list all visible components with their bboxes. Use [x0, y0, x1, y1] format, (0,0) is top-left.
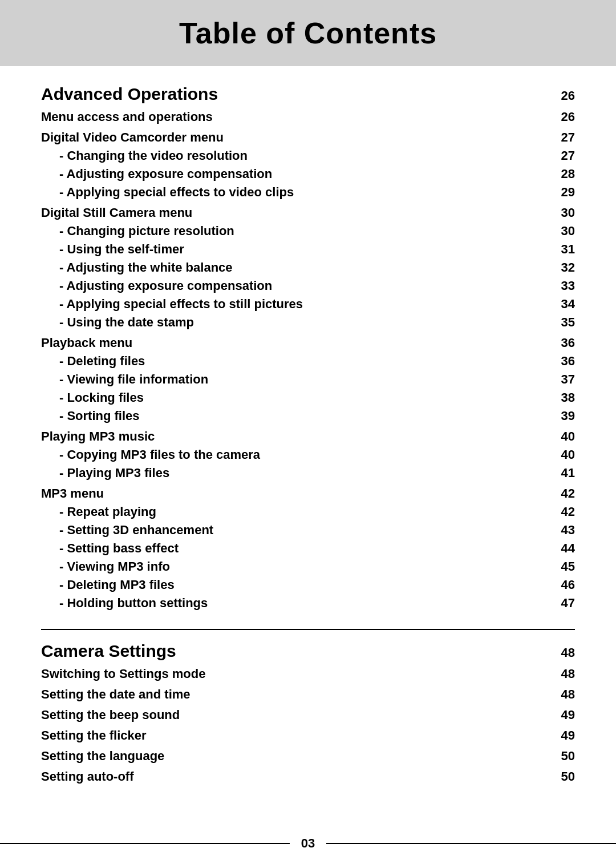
section-divider: [41, 629, 575, 630]
toc-row: - Setting bass effect44: [41, 541, 575, 556]
toc-page-number: 41: [546, 466, 575, 481]
title-bar: Table of Contents: [0, 0, 616, 66]
toc-row: - Viewing MP3 info45: [41, 559, 575, 574]
toc-label: - Setting bass effect: [41, 541, 546, 556]
toc-label: - Setting 3D enhancement: [41, 523, 546, 538]
toc-row: - Sorting files39: [41, 409, 575, 423]
toc-label: - Repeat playing: [41, 504, 546, 519]
toc-page-number: 30: [546, 224, 575, 239]
page: Table of Contents Advanced Operations26M…: [0, 0, 616, 868]
toc-row: - Setting 3D enhancement43: [41, 523, 575, 538]
toc-label: Camera Settings: [41, 641, 546, 661]
toc-label: - Viewing MP3 info: [41, 559, 546, 574]
toc-page-number: 47: [546, 596, 575, 611]
toc-row: - Locking files38: [41, 390, 575, 405]
toc-page-number: 26: [546, 110, 575, 124]
toc-row: - Viewing file information37: [41, 372, 575, 387]
toc-label: - Playing MP3 files: [41, 466, 546, 481]
toc-label: - Adjusting the white balance: [41, 260, 546, 275]
toc-label: - Adjusting exposure compensation: [41, 278, 546, 293]
toc-row: - Changing the video resolution27: [41, 148, 575, 163]
toc-page-number: 31: [546, 242, 575, 257]
toc-row: - Changing picture resolution30: [41, 224, 575, 239]
footer-page-number: 03: [297, 836, 319, 851]
toc-page-number: 35: [546, 315, 575, 330]
toc-row: - Deleting files36: [41, 354, 575, 369]
toc-row: - Applying special effects to video clip…: [41, 185, 575, 200]
toc-page-number: 33: [546, 278, 575, 293]
toc-row: - Adjusting exposure compensation33: [41, 278, 575, 293]
page-title: Table of Contents: [0, 16, 616, 50]
toc-page-number: 46: [546, 578, 575, 592]
toc-row: Switching to Settings mode48: [41, 667, 575, 681]
toc-label: MP3 menu: [41, 486, 546, 501]
toc-row: Advanced Operations26: [41, 84, 575, 104]
toc-row: - Copying MP3 files to the camera40: [41, 447, 575, 462]
toc-page-number: 49: [546, 728, 575, 743]
toc-label: Playback menu: [41, 336, 546, 350]
toc-page-number: 45: [546, 559, 575, 574]
toc-page-number: 48: [546, 645, 575, 660]
toc-page-number: 42: [546, 486, 575, 501]
toc-label: Setting the beep sound: [41, 708, 546, 722]
toc-label: Setting auto-off: [41, 769, 546, 784]
toc-page-number: 49: [546, 708, 575, 722]
toc-row: Setting the date and time48: [41, 687, 575, 702]
toc-label: - Using the self-timer: [41, 242, 546, 257]
toc-page-number: 36: [546, 336, 575, 350]
toc-label: Setting the flicker: [41, 728, 546, 743]
toc-label: - Locking files: [41, 390, 546, 405]
toc-row: - Playing MP3 files41: [41, 466, 575, 481]
toc-label: - Applying special effects to video clip…: [41, 185, 546, 200]
toc-label: Digital Video Camcorder menu: [41, 130, 546, 145]
toc-page-number: 40: [546, 447, 575, 462]
toc-row: - Adjusting the white balance32: [41, 260, 575, 275]
toc-label: - Applying special effects to still pict…: [41, 297, 546, 312]
toc-label: - Adjusting exposure compensation: [41, 167, 546, 181]
toc-page-number: 48: [546, 687, 575, 702]
toc-page-number: 26: [546, 88, 575, 103]
toc-content: Advanced Operations26Menu access and ope…: [0, 84, 616, 784]
toc-page-number: 50: [546, 769, 575, 784]
toc-page-number: 34: [546, 297, 575, 312]
footer-right-rule: [326, 843, 616, 844]
toc-label: Playing MP3 music: [41, 429, 546, 444]
toc-page-number: 27: [546, 148, 575, 163]
toc-page-number: 42: [546, 504, 575, 519]
toc-row: - Deleting MP3 files46: [41, 578, 575, 592]
toc-label: - Using the date stamp: [41, 315, 546, 330]
toc-row: Camera Settings48: [41, 641, 575, 661]
toc-label: Setting the date and time: [41, 687, 546, 702]
toc-row: Setting the language50: [41, 749, 575, 764]
toc-row: Setting the beep sound49: [41, 708, 575, 722]
toc-page-number: 27: [546, 130, 575, 145]
toc-page-number: 30: [546, 205, 575, 220]
toc-row: - Repeat playing42: [41, 504, 575, 519]
toc-page-number: 38: [546, 390, 575, 405]
toc-label: Digital Still Camera menu: [41, 205, 546, 220]
toc-page-number: 48: [546, 667, 575, 681]
toc-row: Digital Still Camera menu30: [41, 205, 575, 220]
toc-label: - Changing the video resolution: [41, 148, 546, 163]
toc-label: Switching to Settings mode: [41, 667, 546, 681]
toc-row: - Using the self-timer31: [41, 242, 575, 257]
toc-label: Setting the language: [41, 749, 546, 764]
toc-page-number: 32: [546, 260, 575, 275]
toc-row: - Applying special effects to still pict…: [41, 297, 575, 312]
toc-row: MP3 menu42: [41, 486, 575, 501]
toc-row: Setting auto-off50: [41, 769, 575, 784]
toc-page-number: 37: [546, 372, 575, 387]
toc-label: - Sorting files: [41, 409, 546, 423]
toc-label: - Viewing file information: [41, 372, 546, 387]
toc-label: - Deleting files: [41, 354, 546, 369]
toc-row: Digital Video Camcorder menu27: [41, 130, 575, 145]
toc-row: Playing MP3 music40: [41, 429, 575, 444]
toc-page-number: 50: [546, 749, 575, 764]
footer-left-rule: [0, 843, 290, 844]
toc-page-number: 44: [546, 541, 575, 556]
toc-row: Playback menu36: [41, 336, 575, 350]
toc-label: - Holding button settings: [41, 596, 546, 611]
toc-row: - Holding button settings47: [41, 596, 575, 611]
toc-page-number: 28: [546, 167, 575, 181]
toc-label: - Changing picture resolution: [41, 224, 546, 239]
